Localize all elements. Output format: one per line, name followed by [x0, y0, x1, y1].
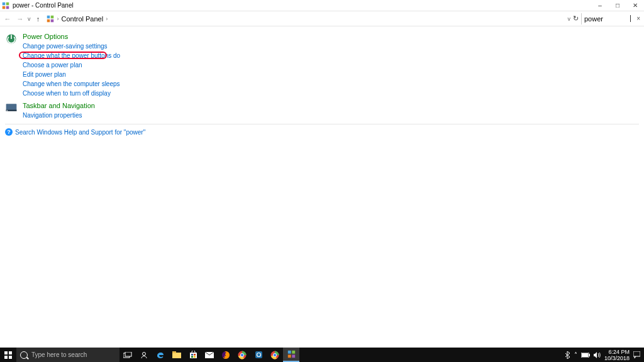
breadcrumb[interactable]: › Control Panel ›: [57, 15, 108, 23]
svg-point-19: [143, 352, 146, 355]
taskbar-app-edge[interactable]: [152, 348, 169, 362]
svg-rect-42: [589, 354, 590, 356]
tray-clock[interactable]: 6:24 PM 10/3/2018: [604, 349, 630, 361]
svg-rect-9: [11, 35, 12, 39]
svg-rect-38: [292, 351, 295, 354]
divider: [5, 124, 639, 124]
link-change-when-sleeps[interactable]: Change when the computer sleeps: [23, 79, 639, 89]
breadcrumb-sep: ›: [106, 16, 108, 22]
taskbar-navigation-icon: [5, 102, 18, 114]
back-button[interactable]: ←: [3, 15, 13, 23]
breadcrumb-sep: ›: [57, 16, 59, 22]
svg-rect-7: [50, 19, 53, 22]
taskbar-app-chrome2[interactable]: [267, 348, 283, 362]
svg-rect-14: [9, 351, 12, 354]
svg-rect-11: [6, 110, 17, 112]
svg-rect-26: [194, 356, 196, 358]
taskbar-app-explorer[interactable]: [169, 348, 185, 362]
svg-rect-5: [50, 15, 53, 18]
tray-volume-icon[interactable]: [594, 352, 601, 358]
taskbar-app-chrome[interactable]: [234, 348, 250, 362]
tray-up-icon[interactable]: ˄: [574, 351, 577, 358]
svg-rect-0: [3, 2, 6, 5]
tray-notifications-icon[interactable]: [633, 351, 640, 358]
taskbar-app-generic1[interactable]: [250, 348, 267, 362]
svg-rect-40: [292, 354, 295, 358]
taskbar-app-mail[interactable]: [201, 348, 218, 362]
svg-point-36: [274, 353, 276, 356]
text-caret: [630, 15, 631, 22]
breadcrumb-item[interactable]: Control Panel: [62, 15, 104, 23]
svg-rect-25: [191, 356, 193, 358]
svg-rect-4: [47, 15, 50, 18]
tray-date: 10/3/2018: [604, 355, 630, 361]
svg-rect-1: [6, 2, 9, 5]
system-tray: ˄ 6:24 PM 10/3/2018: [561, 348, 644, 362]
link-change-power-buttons[interactable]: Change what the power buttons do: [23, 51, 639, 60]
taskbar-app-control-panel[interactable]: [283, 348, 299, 362]
svg-rect-21: [172, 351, 176, 353]
taskbar-search-placeholder: Type here to search: [31, 351, 87, 358]
os-taskbar: Type here to search ˄ 6:24 PM 10/3/2018: [0, 348, 644, 362]
link-choose-power-plan[interactable]: Choose a power plan: [23, 60, 639, 70]
svg-rect-22: [190, 353, 197, 358]
svg-rect-20: [172, 353, 181, 358]
svg-rect-43: [582, 353, 588, 357]
control-panel-icon: [1, 1, 10, 10]
svg-rect-3: [6, 6, 9, 9]
tray-time: 6:24 PM: [604, 349, 630, 355]
help-icon: ?: [5, 128, 13, 136]
svg-rect-23: [191, 354, 193, 356]
svg-rect-16: [9, 356, 12, 359]
forward-button[interactable]: →: [15, 15, 25, 23]
taskbar-app-people[interactable]: [136, 348, 152, 362]
svg-rect-2: [3, 6, 6, 9]
taskbar-app-firefox[interactable]: [218, 348, 234, 362]
tray-bluetooth-icon[interactable]: [565, 351, 570, 359]
link-change-power-saving[interactable]: Change power-saving settings: [23, 41, 639, 51]
content-area: Power Options Change power-saving settin…: [0, 26, 644, 136]
tray-battery-icon[interactable]: [581, 353, 590, 358]
svg-rect-6: [47, 19, 50, 22]
section-taskbar-navigation: Taskbar and Navigation Navigation proper…: [5, 102, 639, 120]
address-bar: ← → v ↑ › Control Panel › v ↻ ×: [0, 11, 644, 26]
help-row[interactable]: ? Search Windows Help and Support for "p…: [5, 128, 639, 136]
svg-rect-13: [4, 351, 8, 354]
svg-rect-12: [7, 110, 8, 111]
close-button[interactable]: ✕: [626, 0, 644, 11]
link-navigation-properties[interactable]: Navigation properties: [23, 111, 639, 120]
search-icon: [20, 351, 28, 359]
help-link[interactable]: Search Windows Help and Support for "pow…: [15, 129, 145, 136]
section-title[interactable]: Taskbar and Navigation: [23, 102, 639, 109]
svg-rect-15: [4, 356, 8, 359]
link-choose-turn-off-display[interactable]: Choose when to turn off display: [23, 89, 639, 98]
svg-rect-24: [194, 354, 196, 356]
power-options-icon: [5, 33, 18, 45]
window-titlebar: power - Control Panel – □ ✕: [0, 0, 644, 11]
address-dropdown[interactable]: v: [568, 16, 571, 22]
link-edit-power-plan[interactable]: Edit power plan: [23, 70, 639, 79]
section-title[interactable]: Power Options: [23, 33, 639, 40]
task-view-button[interactable]: [119, 348, 136, 362]
svg-rect-44: [633, 351, 640, 356]
up-button[interactable]: ↑: [33, 15, 43, 23]
svg-rect-32: [255, 351, 262, 358]
refresh-button[interactable]: ↻: [573, 14, 579, 23]
svg-rect-39: [287, 354, 291, 358]
start-button[interactable]: [0, 348, 16, 362]
maximize-button[interactable]: □: [609, 0, 626, 11]
svg-point-31: [241, 353, 243, 356]
clear-search-button[interactable]: ×: [636, 15, 640, 22]
recent-locations-dropdown[interactable]: v: [28, 16, 31, 22]
taskbar-app-store[interactable]: [185, 348, 201, 362]
section-power-options: Power Options Change power-saving settin…: [5, 33, 639, 98]
breadcrumb-icon: [46, 14, 55, 23]
window-title: power - Control Panel: [13, 2, 74, 9]
taskbar-search[interactable]: Type here to search: [16, 348, 119, 362]
search-box[interactable]: ×: [581, 13, 641, 25]
minimize-button[interactable]: –: [591, 0, 609, 11]
svg-rect-18: [125, 352, 131, 356]
search-input[interactable]: [584, 15, 630, 23]
svg-rect-37: [287, 351, 291, 354]
